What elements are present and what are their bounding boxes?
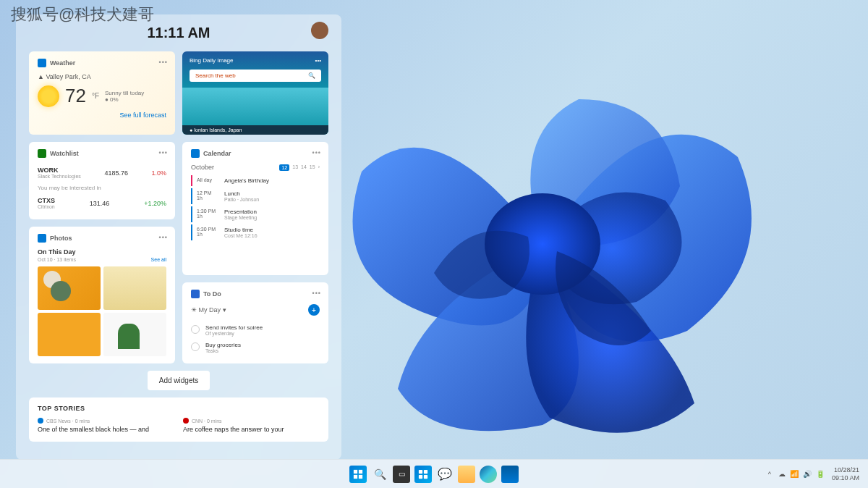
photo-thumbnail[interactable] <box>38 313 101 356</box>
checkbox[interactable] <box>191 325 200 334</box>
calendar-event[interactable]: 6:30 PM 1hStudio timeCost Me 12:16 <box>191 224 320 240</box>
stock-symbol: WORK <box>38 167 81 174</box>
calendar-event[interactable]: 1:30 PM 1hPresentationStage Meeting <box>191 206 320 222</box>
explorer-button[interactable] <box>458 466 475 483</box>
add-task-button[interactable]: + <box>308 304 320 316</box>
checkbox[interactable] <box>191 342 200 351</box>
todo-item[interactable]: Send invites for soireeOf yesterday <box>191 321 320 339</box>
calendar-event[interactable]: All dayAngela's Birthday <box>191 175 320 186</box>
weather-location: ▲ Valley Park, CA <box>38 73 166 80</box>
sun-icon <box>38 85 59 107</box>
wifi-icon[interactable]: 📶 <box>790 470 799 478</box>
widgets-button[interactable] <box>414 466 432 483</box>
news-item[interactable]: CBS News · 0 mins One of the smallest bl… <box>38 418 174 434</box>
taskview-button[interactable]: ▭ <box>393 466 410 483</box>
stock-name: Citrixon <box>38 204 55 209</box>
task-text: Send invites for soiree <box>205 324 263 331</box>
news-header: TOP STORIES <box>38 405 320 412</box>
news-item[interactable]: CNN · 0 mins Are coffee naps the answer … <box>183 418 320 434</box>
svg-rect-3 <box>354 474 357 478</box>
todo-widget[interactable]: To Do••• ☀ My Day ▾+ Send invites for so… <box>182 282 328 363</box>
news-source-icon <box>38 418 43 424</box>
search-button[interactable]: 🔍 <box>371 466 388 483</box>
stock-symbol: CTXS <box>38 197 55 204</box>
stock-row[interactable]: CTXSCitrixon 131.46 +1.20% <box>38 194 166 212</box>
news-source: CNN · 0 mins <box>192 418 222 424</box>
taskbar: 🔍 ▭ 💬 ^ ☁ 📶 🔊 🔋 10/28/21 09:10 AM <box>0 459 868 488</box>
event-title: Presentation <box>224 209 257 215</box>
bing-caption: ● Ionian Islands, Japan <box>182 125 328 135</box>
search-icon[interactable]: 🔍 <box>308 72 315 79</box>
event-sub: Stage Meeting <box>224 215 257 220</box>
calendar-widget[interactable]: Calendar••• October 12131415› All dayAng… <box>182 142 328 275</box>
chat-button[interactable]: 💬 <box>436 466 454 483</box>
news-headline: One of the smallest black holes — and <box>38 426 174 434</box>
task-sub: Of yesterday <box>205 331 263 336</box>
svg-rect-7 <box>419 474 422 478</box>
event-time: 1:30 PM 1h <box>197 209 220 220</box>
svg-rect-5 <box>419 469 422 473</box>
user-avatar[interactable] <box>311 22 328 39</box>
clock[interactable]: 10/28/21 09:10 AM <box>832 466 859 482</box>
more-icon[interactable]: ••• <box>159 149 168 156</box>
calendar-month-row: October 12131415› <box>191 164 320 171</box>
more-icon[interactable]: ••• <box>312 149 321 156</box>
photo-thumbnail[interactable] <box>38 266 101 310</box>
event-title: Studio time <box>224 227 258 233</box>
onedrive-icon[interactable]: ☁ <box>778 470 786 478</box>
battery-icon[interactable]: 🔋 <box>816 470 825 478</box>
todo-icon <box>191 290 200 298</box>
calendar-event[interactable]: 12 PM 1hLunchPatio · Johnson <box>191 188 320 204</box>
svg-rect-4 <box>359 474 362 478</box>
calendar-days[interactable]: 12131415› <box>279 164 320 171</box>
cal-day[interactable]: 15 <box>310 164 315 171</box>
more-icon[interactable]: ••• <box>312 290 321 297</box>
add-widgets-button[interactable]: Add widgets <box>148 371 210 390</box>
photo-thumbnail[interactable] <box>103 313 166 356</box>
weather-extra: ● 0% <box>105 96 144 103</box>
bing-widget[interactable]: Bing Daily Image••• Search the web🔍 ● Io… <box>182 51 328 135</box>
forecast-link[interactable]: See full forecast <box>38 112 166 119</box>
stock-row[interactable]: WORKSlack Technologies 4185.76 1.0% <box>38 164 166 182</box>
stock-change: +1.20% <box>144 200 166 207</box>
weather-temp: 72 <box>65 85 86 107</box>
event-title: Lunch <box>224 190 259 197</box>
cal-day[interactable]: 13 <box>292 164 298 171</box>
news-section: TOP STORIES CBS News · 0 mins One of the… <box>29 397 328 442</box>
stock-name: Slack Technologies <box>38 174 81 179</box>
more-icon[interactable]: ••• <box>315 57 321 64</box>
event-sub: Cost Me 12:16 <box>224 233 258 238</box>
weather-widget[interactable]: Weather••• ▲ Valley Park, CA 72 °F Sunny… <box>29 51 175 135</box>
photos-meta: Oct 10 · 13 items <box>38 257 76 262</box>
store-button[interactable] <box>501 466 519 483</box>
edge-button[interactable] <box>480 466 497 483</box>
more-icon[interactable]: ••• <box>159 59 168 66</box>
stock-value: 4185.76 <box>104 169 128 177</box>
todo-list-selector[interactable]: ☀ My Day ▾ <box>191 306 226 314</box>
chevron-icon[interactable]: › <box>318 164 320 171</box>
weather-desc: Sunny till today <box>105 90 144 96</box>
weather-icon <box>38 59 46 67</box>
start-button[interactable] <box>349 466 367 483</box>
search-placeholder: Search the web <box>195 72 236 79</box>
widgets-time: 11:11 AM <box>147 25 210 41</box>
svg-rect-6 <box>424 469 427 473</box>
system-tray[interactable]: ^ ☁ 📶 🔊 🔋 10/28/21 09:10 AM <box>768 466 859 482</box>
photos-icon <box>38 234 46 243</box>
bing-search[interactable]: Search the web🔍 <box>190 70 321 82</box>
photos-title: Photos <box>50 235 72 242</box>
cal-day[interactable]: 12 <box>279 164 289 171</box>
tray-time: 09:10 AM <box>832 474 859 482</box>
photos-subtitle: On This Day <box>38 248 166 256</box>
calendar-icon <box>191 149 200 158</box>
cal-day[interactable]: 14 <box>301 164 307 171</box>
photo-thumbnail[interactable] <box>103 266 166 310</box>
see-all-link[interactable]: See all <box>151 257 166 262</box>
finance-widget[interactable]: Watchlist••• WORKSlack Technologies 4185… <box>29 142 175 219</box>
more-icon[interactable]: ••• <box>159 234 168 241</box>
finance-suggestion: You may be interested in <box>38 182 166 194</box>
volume-icon[interactable]: 🔊 <box>803 470 812 478</box>
chevron-up-icon[interactable]: ^ <box>768 471 771 478</box>
photos-widget[interactable]: Photos••• On This Day Oct 10 · 13 itemsS… <box>29 227 175 363</box>
todo-item[interactable]: Buy groceriesTasks <box>191 339 320 356</box>
